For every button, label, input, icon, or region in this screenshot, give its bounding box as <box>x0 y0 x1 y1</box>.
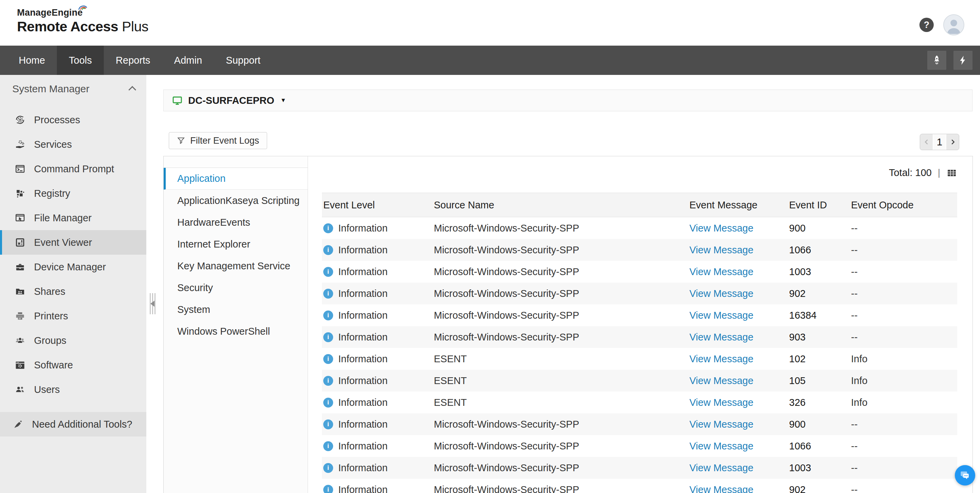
help-icon[interactable]: ? <box>920 18 934 32</box>
source-name-cell: Microsoft-Windows-Security-SPP <box>433 266 688 278</box>
info-circle-icon: i <box>323 223 333 233</box>
source-name-cell: ESENT <box>433 353 688 365</box>
sidebar-item-label: Processes <box>34 114 80 126</box>
event-opcode-cell: -- <box>850 463 957 474</box>
view-message-link[interactable]: View Message <box>688 463 788 474</box>
tab-security[interactable]: Security <box>164 277 308 298</box>
event-level-cell: iInformation <box>322 353 433 365</box>
device-selector[interactable]: DC-SURFACEPRO ▼ <box>163 89 972 111</box>
tab-applicationkaseya-scripting[interactable]: ApplicationKaseya Scripting <box>164 190 308 211</box>
actions-button[interactable] <box>953 51 972 70</box>
event-id-cell: 105 <box>788 375 850 386</box>
chevron-left-icon <box>923 138 930 146</box>
event-level-text: Information <box>338 419 388 430</box>
sidebar-item-device-manager[interactable]: Device Manager <box>0 255 146 279</box>
view-message-link[interactable]: View Message <box>688 484 788 493</box>
table-row: iInformationMicrosoft-Windows-Security-S… <box>322 479 957 493</box>
event-level-text: Information <box>338 288 388 299</box>
event-level-cell: iInformation <box>322 484 433 493</box>
view-message-link[interactable]: View Message <box>688 419 788 430</box>
view-message-link[interactable]: View Message <box>688 353 788 365</box>
tab-key-management-service[interactable]: Key Management Service <box>164 255 308 277</box>
sidebar-item-services[interactable]: Services <box>0 132 146 156</box>
sidebar-item-label: Shares <box>34 286 65 297</box>
sidebar-item-need-additional-tools[interactable]: Need Additional Tools? <box>0 412 146 437</box>
sidebar-item-groups[interactable]: Groups <box>0 328 146 353</box>
sidebar-item-label: Groups <box>34 335 66 346</box>
view-message-link[interactable]: View Message <box>688 266 788 278</box>
rocket-icon <box>931 55 942 66</box>
view-message-link[interactable]: View Message <box>688 332 788 343</box>
event-level-cell: iInformation <box>322 310 433 321</box>
column-header-event-message: Event Message <box>688 199 788 211</box>
nav-item-tools[interactable]: Tools <box>57 46 104 75</box>
view-message-link[interactable]: View Message <box>688 310 788 321</box>
device-name: DC-SURFACEPRO <box>188 95 274 106</box>
tab-windows-powershell[interactable]: Windows PowerShell <box>164 321 308 342</box>
info-circle-icon: i <box>323 311 333 321</box>
table-row: iInformationMicrosoft-Windows-Security-S… <box>322 435 957 457</box>
column-header-source-name: Source Name <box>433 199 688 211</box>
sidebar-collapse-handle[interactable] <box>150 293 156 314</box>
view-message-link[interactable]: View Message <box>688 223 788 234</box>
nav-item-admin[interactable]: Admin <box>162 46 214 75</box>
sidebar-item-label: Software <box>34 359 73 371</box>
source-name-cell: Microsoft-Windows-Security-SPP <box>433 484 688 493</box>
view-message-link[interactable]: View Message <box>688 440 788 452</box>
source-name-cell: Microsoft-Windows-Security-SPP <box>433 419 688 430</box>
sidebar-item-label: Device Manager <box>34 262 106 273</box>
view-message-link[interactable]: View Message <box>688 375 788 386</box>
page-number[interactable]: 1 <box>933 134 946 150</box>
view-message-link[interactable]: View Message <box>688 244 788 256</box>
tab-application[interactable]: Application <box>164 168 308 190</box>
registry-icon <box>15 188 27 198</box>
sidebar-section-system-manager[interactable]: System Manager <box>0 75 146 103</box>
sidebar-item-users[interactable]: Users <box>0 377 146 402</box>
page-prev-button[interactable] <box>920 134 933 150</box>
sidebar-item-label: File Manager <box>34 212 92 224</box>
sidebar-item-label: Event Viewer <box>34 237 92 248</box>
page-next-button[interactable] <box>946 134 959 150</box>
sidebar-item-processes[interactable]: Processes <box>0 108 146 132</box>
nav-item-home[interactable]: Home <box>7 46 57 75</box>
event-level-cell: iInformation <box>322 223 433 234</box>
filter-event-logs-button[interactable]: Filter Event Logs <box>169 132 267 149</box>
sidebar-item-software[interactable]: Software <box>0 353 146 377</box>
nav-item-support[interactable]: Support <box>214 46 272 75</box>
event-opcode-cell: -- <box>850 223 957 234</box>
sidebar-item-label: Registry <box>34 188 70 199</box>
sidebar-item-shares[interactable]: Shares <box>0 279 146 304</box>
divider: | <box>938 168 940 178</box>
table-row: iInformationMicrosoft-Windows-Security-S… <box>322 413 957 435</box>
user-avatar[interactable] <box>943 14 964 35</box>
view-message-link[interactable]: View Message <box>688 288 788 299</box>
info-circle-icon: i <box>323 485 333 493</box>
tab-hardwareevents[interactable]: HardwareEvents <box>164 211 308 233</box>
sidebar-footer-label: Need Additional Tools? <box>32 419 132 430</box>
app-header: ManageEngine Remote Access Plus ? <box>0 0 980 46</box>
tools-sidebar: System Manager ProcessesServicesCommand … <box>0 75 146 493</box>
table-body: iInformationMicrosoft-Windows-Security-S… <box>322 217 957 493</box>
quick-launch-button[interactable] <box>927 51 946 70</box>
view-message-link[interactable]: View Message <box>688 397 788 408</box>
brand-manageengine: ManageEngine <box>17 8 83 18</box>
tab-internet-explorer[interactable]: Internet Explorer <box>164 233 308 255</box>
monitor-icon <box>172 95 183 106</box>
sidebar-item-printers[interactable]: Printers <box>0 304 146 328</box>
shares-icon <box>15 286 27 297</box>
tab-column-header <box>164 156 308 168</box>
sidebar-item-event-viewer[interactable]: Event Viewer <box>0 230 146 255</box>
table-row: iInformationMicrosoft-Windows-Security-S… <box>322 239 957 261</box>
event-id-cell: 326 <box>788 397 850 408</box>
sidebar-item-file-manager[interactable]: File Manager <box>0 206 146 230</box>
event-level-text: Information <box>338 397 388 408</box>
tab-list: ApplicationKaseya ScriptingHardwareEvent… <box>164 190 308 342</box>
live-chat-button[interactable] <box>955 465 975 485</box>
info-circle-icon: i <box>323 463 333 473</box>
tab-system[interactable]: System <box>164 298 308 321</box>
nav-item-reports[interactable]: Reports <box>104 46 162 75</box>
sidebar-item-registry[interactable]: Registry <box>0 181 146 206</box>
event-opcode-cell: Info <box>850 353 957 365</box>
column-chooser-icon[interactable] <box>946 168 957 178</box>
sidebar-item-command-prompt[interactable]: Command Prompt <box>0 156 146 181</box>
